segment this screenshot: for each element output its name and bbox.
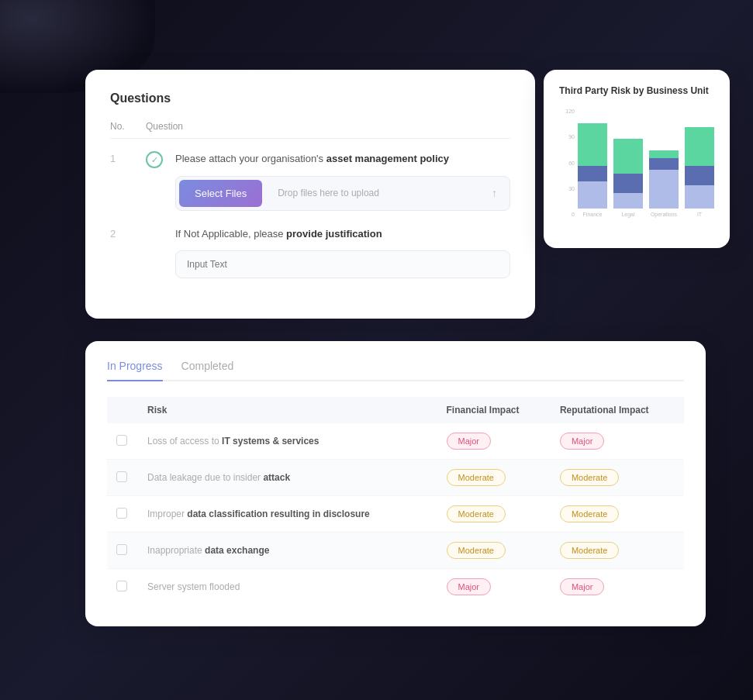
- risk-text-3a: Improper: [147, 509, 187, 519]
- reputational-cell-1: Major: [551, 423, 684, 460]
- bar-stack-it: [685, 109, 714, 209]
- bar-green-it: [685, 127, 714, 166]
- bar-dark-it: [685, 166, 714, 185]
- bar-label-legal: Legal: [621, 212, 634, 217]
- bar-spacer-operations: [649, 109, 679, 150]
- reputational-badge-2: Moderate: [560, 469, 619, 486]
- bar-green-finance: [578, 123, 607, 166]
- reputational-cell-3: Moderate: [551, 496, 684, 533]
- financial-badge-1: Major: [447, 433, 492, 450]
- bar-stack-legal: [613, 109, 643, 209]
- y-label-120: 120: [559, 109, 575, 114]
- risk-table-body: Loss of access to IT systems & services …: [107, 423, 684, 605]
- drop-zone-text: Drop files here to upload: [278, 188, 379, 198]
- financial-badge-2: Moderate: [447, 469, 506, 486]
- checkbox-4[interactable]: [116, 544, 127, 555]
- reputational-badge-4: Moderate: [560, 542, 619, 559]
- risk-cell-1: Loss of access to IT systems & services: [138, 423, 437, 460]
- question-text-1: Please attach your organisation's asset …: [175, 151, 510, 167]
- reputational-badge-3: Moderate: [560, 505, 619, 522]
- bar-stack-finance: [578, 109, 607, 209]
- risk-table-head: Risk Financial Impact Reputational Impac…: [107, 397, 684, 423]
- col-no-header: No.: [110, 121, 133, 132]
- table-row: Loss of access to IT systems & services …: [107, 423, 684, 460]
- checkbox-2[interactable]: [116, 471, 127, 482]
- risk-text-1a: Loss of access to: [147, 436, 222, 447]
- bar-stack-operations: [649, 109, 679, 209]
- question-item-2: 2 If Not Applicable, please provide just…: [110, 226, 510, 279]
- financial-cell-5: Major: [437, 569, 551, 605]
- risk-text-5: Server system flooded: [147, 581, 240, 592]
- upload-arrow-icon: ↑: [492, 187, 497, 199]
- reputational-cell-4: Moderate: [551, 533, 684, 569]
- y-label-0: 0: [559, 212, 575, 217]
- bar-label-finance: Finance: [583, 212, 603, 217]
- checkbox-5[interactable]: [116, 581, 127, 591]
- risk-text-2a: Data leakage due to insider: [147, 472, 263, 483]
- bar-label-operations: Operations: [651, 212, 677, 217]
- question-number-2: 2: [110, 226, 133, 240]
- reputational-badge-1: Major: [560, 433, 605, 450]
- risk-table-header-row: Risk Financial Impact Reputational Impac…: [107, 397, 684, 423]
- financial-badge-4: Moderate: [447, 542, 506, 559]
- bar-green-operations: [649, 150, 679, 158]
- y-label-30: 30: [559, 186, 575, 191]
- risk-text-3b: data classification resulting in disclos…: [187, 509, 369, 519]
- col-reputational-header: Reputational Impact: [551, 397, 684, 423]
- checkbox-3[interactable]: [116, 508, 127, 519]
- chart-y-axis: 0 30 60 90 120: [559, 109, 575, 217]
- check-icon-1: ✓: [146, 151, 163, 168]
- questions-card-title: Questions: [110, 91, 510, 105]
- bar-dark-operations: [649, 158, 679, 170]
- chart-container: 0 30 60 90 120 Finance: [559, 109, 714, 233]
- risk-text-4b: data exchange: [205, 545, 269, 556]
- bar-legal: Legal: [613, 109, 643, 217]
- bar-spacer-finance: [578, 109, 607, 123]
- question-row-1: 1 ✓ Please attach your organisation's as…: [110, 151, 510, 211]
- tab-in-progress[interactable]: In Progress: [107, 360, 163, 380]
- y-label-90: 90: [559, 134, 575, 140]
- checkbox-cell-1: [107, 423, 138, 460]
- file-upload-area: Select Files Drop files here to upload ↑: [175, 176, 510, 211]
- checkbox-1[interactable]: [116, 435, 127, 446]
- col-question-header: Question: [146, 121, 510, 132]
- questions-table-header: No. Question: [110, 121, 510, 139]
- question-content-2: If Not Applicable, please provide justif…: [175, 226, 510, 279]
- question-number-1: 1: [110, 151, 133, 164]
- tabs-row: In Progress Completed: [107, 360, 684, 381]
- bar-spacer-it: [685, 109, 714, 127]
- question-row-2: 2 If Not Applicable, please provide just…: [110, 226, 510, 279]
- risk-cell-2: Data leakage due to insider attack: [138, 460, 437, 496]
- tab-completed[interactable]: Completed: [181, 360, 234, 380]
- bar-it: IT: [685, 109, 714, 217]
- checkbox-cell-4: [107, 533, 138, 569]
- reputational-badge-5: Major: [560, 578, 605, 595]
- reputational-cell-5: Major: [551, 569, 684, 605]
- bar-finance: Finance: [578, 109, 607, 217]
- financial-cell-1: Major: [437, 423, 551, 460]
- col-risk-header: Risk: [138, 397, 437, 423]
- chart-bars: Finance Legal Oper: [578, 109, 714, 217]
- y-label-60: 60: [559, 160, 575, 166]
- bar-label-it: IT: [697, 212, 702, 217]
- justification-input[interactable]: [175, 250, 510, 278]
- risk-text-4a: Inappropriate: [147, 545, 205, 556]
- financial-cell-4: Moderate: [437, 533, 551, 569]
- chart-title: Third Party Risk by Business Unit: [559, 85, 714, 96]
- bar-light-legal: [613, 193, 643, 209]
- table-row: Improper data classification resulting i…: [107, 496, 684, 533]
- risk-text-1b: IT systems & services: [222, 436, 319, 447]
- table-row: Server system flooded Major Major: [107, 569, 684, 605]
- risk-cell-5: Server system flooded: [138, 569, 437, 605]
- reputational-cell-2: Moderate: [551, 460, 684, 496]
- table-row: Inappropriate data exchange Moderate Mod…: [107, 533, 684, 569]
- financial-badge-5: Major: [447, 578, 492, 595]
- question-content-1: Please attach your organisation's asset …: [175, 151, 510, 211]
- financial-cell-3: Moderate: [437, 496, 551, 533]
- col-financial-header: Financial Impact: [437, 397, 551, 423]
- risk-table: Risk Financial Impact Reputational Impac…: [107, 397, 684, 605]
- bar-spacer-legal: [613, 109, 643, 139]
- risk-card: In Progress Completed Risk Financial Imp…: [85, 341, 706, 626]
- bar-dark-finance: [578, 166, 607, 181]
- select-files-button[interactable]: Select Files: [179, 180, 262, 207]
